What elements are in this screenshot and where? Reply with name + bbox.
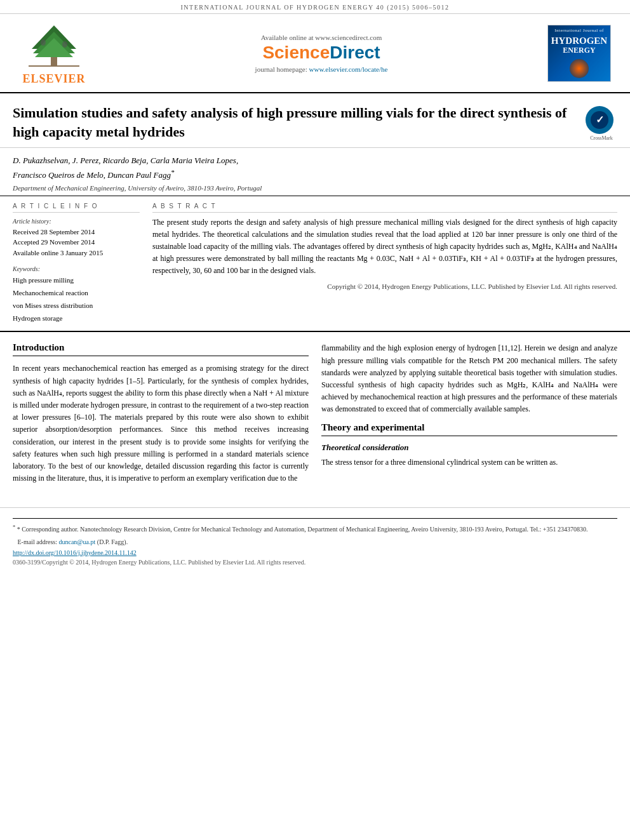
- elsevier-tree-icon: [19, 20, 89, 71]
- journal-homepage: journal homepage: www.elsevier.com/locat…: [102, 65, 541, 73]
- journal-bar-text: International Journal of Hydrogen Energy…: [180, 4, 449, 11]
- article-title-section: Simulation studies and safety analysis o…: [0, 93, 630, 148]
- abstract-text: The present study reports the design and…: [152, 217, 617, 277]
- journal-cover-image: International Journal of HYDROGEN ENERGY: [547, 25, 611, 82]
- svg-text:✓: ✓: [596, 114, 604, 125]
- svg-point-5: [41, 39, 46, 46]
- copyright-footer: 0360-3199/Copyright © 2014, Hydrogen Ene…: [13, 559, 617, 566]
- theory-heading: Theory and experimental: [321, 422, 617, 436]
- authors-text: D. Pukazhselvan, J. Perez, Ricardo Beja,…: [13, 156, 238, 165]
- footer-divider: [13, 518, 617, 519]
- main-body: Introduction In recent years mechanochem…: [0, 332, 630, 501]
- article-info-label: A R T I C L E I N F O: [13, 203, 140, 213]
- journal-cover-area: International Journal of HYDROGEN ENERGY: [547, 25, 617, 82]
- authors-text-2: Francisco Queiros de Melo, Duncan Paul F…: [13, 170, 174, 180]
- introduction-text: In recent years mechanochemical reaction…: [13, 363, 309, 484]
- crossmark-badge: ✓ CrossMark: [586, 106, 617, 141]
- keyword-4: Hydrogen storage: [13, 312, 140, 325]
- abstract-copyright: Copyright © 2014, Hydrogen Energy Public…: [152, 283, 617, 290]
- elsevier-logo-area: ELSEVIER: [13, 20, 95, 86]
- affiliation-text: Department of Mechanical Engineering, Un…: [13, 184, 617, 192]
- theory-subheading: Theoretical consideration: [321, 443, 617, 453]
- article-info-abstract-section: A R T I C L E I N F O Article history: R…: [0, 196, 630, 333]
- journal-homepage-link[interactable]: www.elsevier.com/locate/he: [309, 65, 388, 73]
- authors-line: D. Pukazhselvan, J. Perez, Ricardo Beja,…: [13, 154, 617, 181]
- keywords-list: High pressure milling Mechanochemical re…: [13, 274, 140, 324]
- right-col-intro-text: flammability and the high explosion ener…: [321, 342, 617, 415]
- corresponding-note: * * Corresponding author. Nanotechnology…: [13, 524, 617, 534]
- received-date: Received 28 September 2014: [13, 227, 140, 237]
- accepted-date: Accepted 29 November 2014: [13, 237, 140, 248]
- header-center: Available online at www.sciencedirect.co…: [102, 34, 541, 73]
- footer-area: * * Corresponding author. Nanotechnology…: [0, 507, 630, 570]
- authors-section: D. Pukazhselvan, J. Perez, Ricardo Beja,…: [0, 148, 630, 196]
- article-title-wrapper: Simulation studies and safety analysis o…: [13, 103, 579, 141]
- keywords-label: Keywords:: [13, 265, 140, 272]
- article-info-column: A R T I C L E I N F O Article history: R…: [13, 203, 140, 325]
- crossmark-icon: ✓: [586, 106, 613, 134]
- available-date: Available online 3 January 2015: [13, 248, 140, 258]
- keyword-1: High pressure milling: [13, 274, 140, 287]
- body-left-column: Introduction In recent years mechanochem…: [13, 342, 309, 491]
- abstract-label: A B S T R A C T: [152, 203, 617, 213]
- doi-link[interactable]: http://dx.doi.org/10.1016/j.ijhydene.201…: [13, 549, 137, 556]
- theory-text: The stress tensor for a three dimensiona…: [321, 457, 617, 469]
- crossmark-label: CrossMark: [586, 135, 617, 141]
- article-title: Simulation studies and safety analysis o…: [13, 103, 579, 141]
- journal-cover-line3: ENERGY: [563, 46, 595, 55]
- body-right-column: flammability and the high explosion ener…: [321, 342, 617, 491]
- keyword-3: von Mises stress distribution: [13, 300, 140, 312]
- available-online-text: Available online at www.sciencedirect.co…: [102, 34, 541, 41]
- header-area: ELSEVIER Available online at www.science…: [0, 14, 630, 93]
- sciencedirect-logo: ScienceDirect: [102, 43, 541, 63]
- svg-point-6: [62, 41, 67, 48]
- keyword-2: Mechanochemical reaction: [13, 287, 140, 300]
- history-label: Article history:: [13, 218, 140, 225]
- journal-cover-line1: International Journal of: [554, 28, 604, 33]
- email-link[interactable]: duncan@ua.pt: [58, 538, 95, 545]
- journal-cover-line2: HYDROGEN: [551, 36, 607, 46]
- elsevier-text: ELSEVIER: [22, 72, 85, 86]
- doi-line: http://dx.doi.org/10.1016/j.ijhydene.201…: [13, 549, 617, 556]
- abstract-column: A B S T R A C T The present study report…: [152, 203, 617, 325]
- email-line: E-mail address: duncan@ua.pt (D.P. Fagg)…: [13, 537, 617, 547]
- introduction-heading: Introduction: [13, 342, 309, 356]
- journal-bar: International Journal of Hydrogen Energy…: [0, 0, 630, 14]
